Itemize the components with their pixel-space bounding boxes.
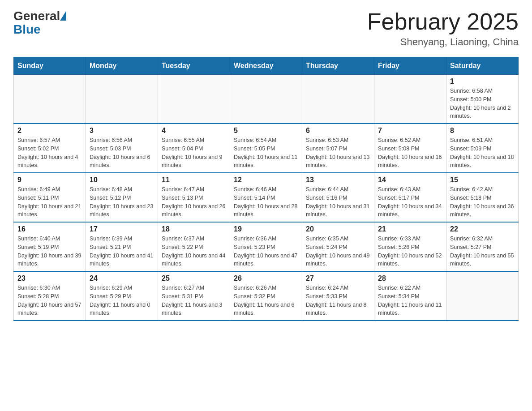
day-number: 24 [90,274,154,283]
day-number: 10 [90,176,154,184]
calendar-cell: 6Sunrise: 6:53 AMSunset: 5:07 PMDaylight… [302,124,374,173]
calendar-cell: 26Sunrise: 6:26 AMSunset: 5:32 PMDayligh… [230,271,302,321]
day-number: 16 [17,225,82,233]
weekday-header-friday: Friday [374,57,446,75]
calendar-cell: 19Sunrise: 6:36 AMSunset: 5:23 PMDayligh… [230,222,302,271]
day-info: Sunrise: 6:40 AMSunset: 5:19 PMDaylight:… [17,235,82,268]
calendar-cell [374,75,446,124]
day-number: 2 [17,127,82,135]
day-number: 4 [162,127,226,135]
weekday-header-wednesday: Wednesday [230,57,302,75]
day-number: 14 [378,176,442,184]
day-info: Sunrise: 6:42 AMSunset: 5:18 PMDaylight:… [450,185,515,219]
calendar-cell: 27Sunrise: 6:24 AMSunset: 5:33 PMDayligh… [302,271,374,321]
calendar-subtitle: Shenyang, Liaoning, China [367,36,519,48]
calendar-cell [86,75,158,124]
logo-triangle-icon [60,11,66,21]
day-info: Sunrise: 6:30 AMSunset: 5:28 PMDaylight:… [17,284,82,317]
day-number: 23 [17,274,82,283]
logo-general-text: General [13,9,60,23]
calendar-cell: 1Sunrise: 6:58 AMSunset: 5:00 PMDaylight… [446,75,519,124]
logo: General Blue [13,9,66,37]
calendar-cell: 4Sunrise: 6:55 AMSunset: 5:04 PMDaylight… [158,124,230,173]
day-number: 1 [450,77,515,86]
day-number: 21 [378,225,442,233]
day-info: Sunrise: 6:49 AMSunset: 5:11 PMDaylight:… [17,185,82,219]
calendar-table: SundayMondayTuesdayWednesdayThursdayFrid… [13,57,519,321]
day-number: 22 [450,225,515,233]
calendar-cell: 13Sunrise: 6:44 AMSunset: 5:16 PMDayligh… [302,173,374,222]
day-number: 9 [17,176,82,184]
day-number: 5 [234,127,298,135]
calendar-cell: 7Sunrise: 6:52 AMSunset: 5:08 PMDaylight… [374,124,446,173]
calendar-week-4: 16Sunrise: 6:40 AMSunset: 5:19 PMDayligh… [14,222,519,271]
calendar-cell: 5Sunrise: 6:54 AMSunset: 5:05 PMDaylight… [230,124,302,173]
day-info: Sunrise: 6:22 AMSunset: 5:34 PMDaylight:… [378,284,442,317]
day-number: 13 [306,176,370,184]
day-info: Sunrise: 6:39 AMSunset: 5:21 PMDaylight:… [90,235,154,268]
day-info: Sunrise: 6:36 AMSunset: 5:23 PMDaylight:… [234,235,298,268]
calendar-cell: 22Sunrise: 6:32 AMSunset: 5:27 PMDayligh… [446,222,519,271]
weekday-header-monday: Monday [86,57,158,75]
day-number: 7 [378,127,442,135]
day-number: 28 [378,274,442,283]
calendar-cell: 3Sunrise: 6:56 AMSunset: 5:03 PMDaylight… [86,124,158,173]
day-info: Sunrise: 6:26 AMSunset: 5:32 PMDaylight:… [234,284,298,317]
day-info: Sunrise: 6:35 AMSunset: 5:24 PMDaylight:… [306,235,370,268]
calendar-cell [446,271,519,321]
weekday-header-row: SundayMondayTuesdayWednesdayThursdayFrid… [14,57,519,75]
calendar-cell: 9Sunrise: 6:49 AMSunset: 5:11 PMDaylight… [14,173,86,222]
day-number: 12 [234,176,298,184]
day-info: Sunrise: 6:51 AMSunset: 5:09 PMDaylight:… [450,136,515,170]
day-number: 25 [162,274,226,283]
day-info: Sunrise: 6:47 AMSunset: 5:13 PMDaylight:… [162,185,226,219]
calendar-cell: 21Sunrise: 6:33 AMSunset: 5:26 PMDayligh… [374,222,446,271]
weekday-header-thursday: Thursday [302,57,374,75]
day-info: Sunrise: 6:24 AMSunset: 5:33 PMDaylight:… [306,284,370,317]
calendar-cell: 15Sunrise: 6:42 AMSunset: 5:18 PMDayligh… [446,173,519,222]
day-info: Sunrise: 6:43 AMSunset: 5:17 PMDaylight:… [378,185,442,219]
day-number: 27 [306,274,370,283]
calendar-cell: 18Sunrise: 6:37 AMSunset: 5:22 PMDayligh… [158,222,230,271]
page-header: General Blue February 2025 Shenyang, Lia… [13,9,519,48]
calendar-cell: 25Sunrise: 6:27 AMSunset: 5:31 PMDayligh… [158,271,230,321]
day-number: 26 [234,274,298,283]
calendar-cell [14,75,86,124]
day-info: Sunrise: 6:58 AMSunset: 5:00 PMDaylight:… [450,87,515,120]
day-number: 8 [450,127,515,135]
day-info: Sunrise: 6:54 AMSunset: 5:05 PMDaylight:… [234,136,298,170]
day-info: Sunrise: 6:29 AMSunset: 5:29 PMDaylight:… [90,284,154,317]
day-info: Sunrise: 6:52 AMSunset: 5:08 PMDaylight:… [378,136,442,170]
calendar-week-3: 9Sunrise: 6:49 AMSunset: 5:11 PMDaylight… [14,173,519,222]
day-info: Sunrise: 6:44 AMSunset: 5:16 PMDaylight:… [306,185,370,219]
calendar-week-5: 23Sunrise: 6:30 AMSunset: 5:28 PMDayligh… [14,271,519,321]
day-number: 3 [90,127,154,135]
calendar-cell [302,75,374,124]
weekday-header-sunday: Sunday [14,57,86,75]
weekday-header-saturday: Saturday [446,57,519,75]
calendar-week-2: 2Sunrise: 6:57 AMSunset: 5:02 PMDaylight… [14,124,519,173]
day-info: Sunrise: 6:27 AMSunset: 5:31 PMDaylight:… [162,284,226,317]
calendar-cell: 20Sunrise: 6:35 AMSunset: 5:24 PMDayligh… [302,222,374,271]
calendar-cell: 10Sunrise: 6:48 AMSunset: 5:12 PMDayligh… [86,173,158,222]
calendar-cell: 2Sunrise: 6:57 AMSunset: 5:02 PMDaylight… [14,124,86,173]
calendar-cell: 8Sunrise: 6:51 AMSunset: 5:09 PMDaylight… [446,124,519,173]
day-info: Sunrise: 6:48 AMSunset: 5:12 PMDaylight:… [90,185,154,219]
calendar-week-1: 1Sunrise: 6:58 AMSunset: 5:00 PMDaylight… [14,75,519,124]
calendar-cell: 14Sunrise: 6:43 AMSunset: 5:17 PMDayligh… [374,173,446,222]
calendar-cell [158,75,230,124]
day-info: Sunrise: 6:33 AMSunset: 5:26 PMDaylight:… [378,235,442,268]
calendar-cell: 28Sunrise: 6:22 AMSunset: 5:34 PMDayligh… [374,271,446,321]
day-info: Sunrise: 6:57 AMSunset: 5:02 PMDaylight:… [17,136,82,170]
day-info: Sunrise: 6:37 AMSunset: 5:22 PMDaylight:… [162,235,226,268]
logo-blue-text: Blue [13,22,66,37]
day-number: 15 [450,176,515,184]
day-number: 6 [306,127,370,135]
weekday-header-tuesday: Tuesday [158,57,230,75]
calendar-cell [230,75,302,124]
title-section: February 2025 Shenyang, Liaoning, China [367,9,519,48]
day-info: Sunrise: 6:32 AMSunset: 5:27 PMDaylight:… [450,235,515,268]
day-number: 20 [306,225,370,233]
day-info: Sunrise: 6:56 AMSunset: 5:03 PMDaylight:… [90,136,154,170]
day-number: 19 [234,225,298,233]
